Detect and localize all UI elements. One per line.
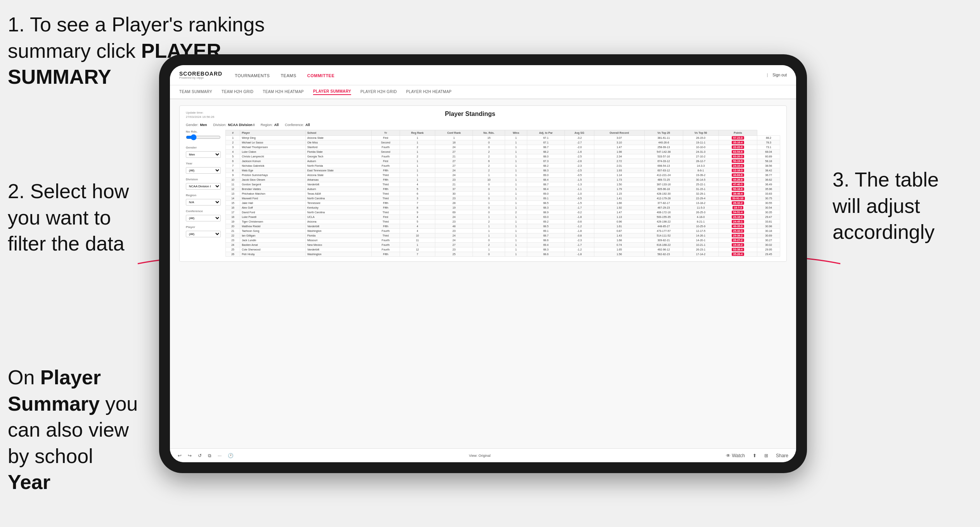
table-cell: Nicholas Gabrelcik	[240, 164, 306, 168]
copy-button[interactable]: ⧉	[206, 452, 213, 459]
table-cell: 1	[505, 154, 527, 159]
conference-select[interactable]: (All)	[186, 215, 221, 221]
toolbar-right: 👁 Watch ⬆ ⊞ Share	[724, 452, 790, 459]
table-cell: 616-168-22	[644, 243, 683, 247]
table-row[interactable]: 8Mats EgeEast Tennessee StateFifth124216…	[226, 168, 780, 173]
subnav-player-h2h-grid[interactable]: PLAYER H2H GRID	[360, 90, 397, 95]
sign-out-link[interactable]: Sign out	[772, 73, 787, 77]
table-row[interactable]: 18Luke PowellUCLAFirst4241163.0-1.81.135…	[226, 215, 780, 219]
table-cell: 18-7-3	[719, 206, 757, 210]
table-row[interactable]: 11Gordon SargentVanderbiltThird4210168.7…	[226, 182, 780, 187]
table-row[interactable]: 25Cole SherwoodVanderbiltFourth12231168.…	[226, 247, 780, 252]
table-row[interactable]: 13Phichaksn MaichonTexas A&MThird6301169…	[226, 192, 780, 196]
table-cell: Fifth	[372, 252, 400, 257]
table-row[interactable]: 22Ian GilliganFloridaThird10241168.7-0.8…	[226, 233, 780, 238]
table-row[interactable]: 12Brendan ValdesAuburnFifth5370168.4-1.1…	[226, 187, 780, 192]
table-row[interactable]: 23Jack LundinMissouriFourth11240168.6-2.…	[226, 238, 780, 243]
table-cell: 68.2	[527, 164, 564, 168]
division-select[interactable]: NCAA Division I	[186, 183, 221, 190]
export-button[interactable]: ⬆	[751, 452, 758, 459]
table-row[interactable]: 1Wenyi DingArizona StateFirst1115167.1-3…	[226, 136, 780, 140]
nav-teams[interactable]: TEAMS	[280, 72, 296, 79]
table-cell: Phichaksn Maichon	[240, 192, 306, 196]
subnav-team-h2h-heatmap[interactable]: TEAM H2H HEATMAP	[263, 90, 304, 95]
table-row[interactable]: 9Preston SummerhaysArizona StateThird124…	[226, 173, 780, 178]
table-cell: 69.1	[527, 229, 564, 233]
table-cell: First	[372, 136, 400, 140]
table-cell: Florida State	[305, 150, 371, 154]
nav-tournaments[interactable]: TOURNAMENTS	[235, 72, 270, 79]
table-cell: 1	[400, 178, 435, 182]
table-cell: -2.6	[565, 159, 594, 164]
refresh-button[interactable]: ↺	[196, 452, 203, 459]
table-cell: Michael Le Sasso	[240, 140, 306, 145]
table-cell: 1	[400, 173, 435, 178]
table-cell: 27	[435, 159, 473, 164]
year-select[interactable]: (All)	[186, 167, 221, 174]
sidebar-filters: No Rds. Gender Men Year (All	[186, 130, 221, 257]
region-select[interactable]: N/A	[186, 199, 221, 206]
table-row[interactable]: 6Jackson KoivunAuburnFirst1276167.3-2.62…	[226, 159, 780, 164]
table-cell: Fifth	[372, 224, 400, 229]
table-cell: Third	[372, 192, 400, 196]
table-cell: 406-172-16	[644, 210, 683, 215]
table-row[interactable]: 15Jake HallTennesseeFifth7281168.5-1.51.…	[226, 201, 780, 206]
table-cell: 1	[400, 150, 435, 154]
main-content: Update time:27/03/2024 16:56:26 Player S…	[170, 99, 796, 448]
redo-button[interactable]: ↪	[186, 452, 193, 459]
subnav-team-h2h-grid[interactable]: TEAM H2H GRID	[222, 90, 253, 95]
watch-button[interactable]: 👁 Watch	[724, 452, 746, 459]
gender-select[interactable]: Men	[186, 151, 221, 158]
table-row[interactable]: 5Christo LamprechtGeorgia TechFourth2212…	[226, 154, 780, 159]
grid-button[interactable]: ⊞	[763, 452, 770, 459]
table-cell: 387-133-16	[644, 182, 683, 187]
table-cell: 23	[435, 219, 473, 224]
table-cell: Washington	[305, 229, 371, 233]
table-cell: 68.0	[527, 154, 564, 159]
table-cell: 30.55	[757, 201, 780, 206]
table-row[interactable]: 17David FordNorth CarolinaThird9690268.9…	[226, 210, 780, 215]
table-cell: 10-21-1	[683, 243, 719, 247]
undo-button[interactable]: ↩	[176, 452, 183, 459]
subnav-team-summary[interactable]: TEAM SUMMARY	[179, 90, 212, 95]
player-select[interactable]: (All)	[186, 231, 221, 237]
table-cell: 24	[435, 173, 473, 178]
table-cell: 2	[400, 145, 435, 150]
table-cell: Fifth	[372, 178, 400, 182]
table-cell: 68.5	[527, 224, 564, 229]
table-row[interactable]: 19Tiger ChristensenArizonaThird5232169.2…	[226, 219, 780, 224]
table-row[interactable]: 24Bastien AmatNew MexicoFourth1272169.4-…	[226, 243, 780, 247]
share-button[interactable]: Share	[774, 452, 790, 459]
nav-committee[interactable]: COMMITTEE	[307, 72, 335, 79]
table-cell: 4-18-0	[683, 215, 719, 219]
table-row[interactable]: 2Michael Le SassoOle MissSecond1180167.1…	[226, 140, 780, 145]
table-cell: 68.4	[527, 178, 564, 182]
table-row[interactable]: 20Matthew RiedelVanderbiltFifth4481168.5…	[226, 224, 780, 229]
subnav-player-h2h-heatmap[interactable]: PLAYER H2H HEATMAP	[406, 90, 452, 95]
table-row[interactable]: 26Petr HrubyWashingtonFifth7250168.6-1.8…	[226, 252, 780, 257]
table-cell: 1.47	[594, 145, 644, 150]
table-row[interactable]: 4Luke ClatonFlorida StateSecond1272168.2…	[226, 150, 780, 154]
table-cell: 1.61	[594, 224, 644, 229]
clock-button[interactable]: 🕐	[226, 452, 235, 459]
col-yr: Yr	[372, 130, 400, 136]
filter-group-conference: Conference (All)	[186, 209, 221, 221]
table-cell: -1.5	[565, 178, 594, 182]
table-cell: 68.3	[527, 168, 564, 173]
standings-table: # Player School Yr Reg Rank Conf Rank No…	[225, 130, 780, 257]
more-button[interactable]: ···	[216, 452, 223, 459]
table-cell: Preston Summerhays	[240, 173, 306, 178]
table-cell: Arizona State	[305, 173, 371, 178]
table-cell: 16	[226, 206, 240, 210]
table-row[interactable]: 7Nicholas GabrelcikNorth FloridaFourth12…	[226, 164, 780, 168]
table-row[interactable]: 3Michael ThorbjornsenStanfordFourth22401…	[226, 145, 780, 150]
no-rds-slider[interactable]	[186, 134, 221, 140]
table-cell: 28-12-7	[683, 159, 719, 164]
table-row[interactable]: 14Maxwell FordNorth CarolinaThird3230169…	[226, 196, 780, 201]
table-row[interactable]: 16Alex GoffKentuckyFifth8190168.3-1.71.9…	[226, 206, 780, 210]
subnav-player-summary[interactable]: PLAYER SUMMARY	[313, 89, 351, 95]
table-row[interactable]: 10Jacob Skov OlesenArkansasFifth12310168…	[226, 178, 780, 182]
table-cell: 68.3	[527, 206, 564, 210]
table-row[interactable]: 21Taehoon SongWashingtonFourth4231169.1-…	[226, 229, 780, 233]
table-cell: Alex Goff	[240, 206, 306, 210]
